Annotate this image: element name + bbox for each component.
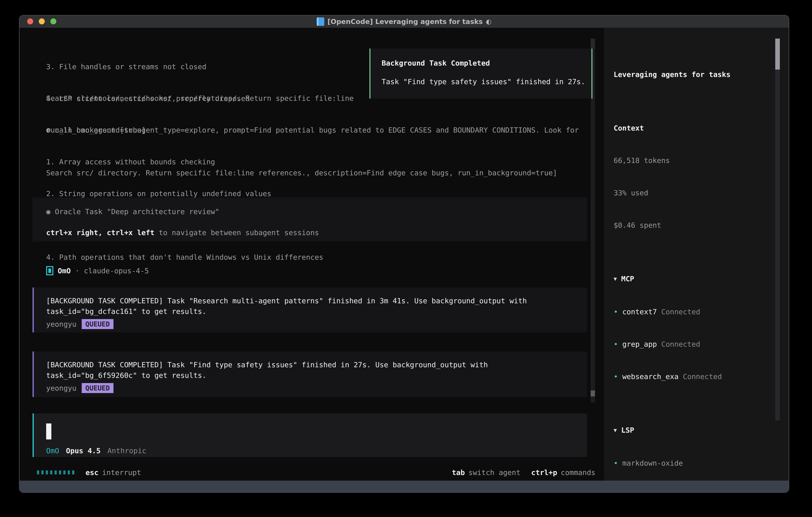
zoom-window-button[interactable] <box>50 19 56 24</box>
traffic-lights <box>27 19 56 24</box>
transcript-line: Search src/tools/, src/hooks/, src/featu… <box>46 93 354 104</box>
spinner-dots-icon <box>37 470 74 474</box>
task-user: yeongyu <box>46 384 77 392</box>
titlebar: [OpenCode] Leveraging agents for tasks ◐ <box>20 16 789 28</box>
minimize-window-button[interactable] <box>39 19 45 24</box>
shortcut-ctrl-x-right: ctrl+x right, <box>46 228 103 237</box>
background-task-message: [BACKGROUND TASK COMPLETED] Task "Resear… <box>33 288 587 332</box>
task-message-line: task_id="bg_6f59260c" to get results. <box>46 370 587 381</box>
toast-body: Task "Find type safety issues" finished … <box>382 78 591 86</box>
mcp-item: • grep_app Connected <box>614 339 779 350</box>
lsp-item: • markdown-oxide <box>614 458 779 469</box>
task-message-meta: yeongyu QUEUED <box>46 319 587 329</box>
context-tokens: 66,518 tokens <box>614 155 779 166</box>
agent-model: claude-opus-4-5 <box>84 267 149 275</box>
tab-key-hint[interactable]: tab <box>452 468 465 477</box>
tool-call-item: 4. Path operations that don't handle Win… <box>46 252 579 263</box>
gear-icon: ⚙ <box>46 126 51 134</box>
lsp-section-header[interactable]: ▼ LSP <box>614 425 779 436</box>
status-bar: esc interrupt tab switch agent ctrl+p co… <box>37 468 596 477</box>
status-badge: QUEUED <box>82 383 114 393</box>
oracle-hint-row: ctrl+x right, ctrl+x left to navigate be… <box>46 227 587 238</box>
bullet-icon: • <box>614 373 618 381</box>
input-meta-row: OmO Opus 4.5 Anthropic <box>46 446 146 455</box>
mcp-item: • websearch_exa Connected <box>614 371 779 382</box>
sidebar-scrollbar-track[interactable] <box>775 70 780 420</box>
mcp-section-header[interactable]: ▼ MCP <box>614 273 779 285</box>
tab-key-label: switch agent <box>468 468 520 477</box>
context-used: 33% used <box>614 188 779 198</box>
prompt-input[interactable]: OmO Opus 4.5 Anthropic <box>33 413 587 457</box>
task-message-line: [BACKGROUND TASK COMPLETED] Task "Find t… <box>46 359 587 370</box>
input-agent-name[interactable]: OmO <box>46 446 59 455</box>
background-task-toast[interactable]: Background Task Completed Task "Find typ… <box>370 49 592 99</box>
background-task-message: [BACKGROUND TASK COMPLETED] Task "Find t… <box>33 351 587 397</box>
omo-agent-icon <box>46 266 53 275</box>
close-window-button[interactable] <box>27 19 33 24</box>
app-window: [OpenCode] Leveraging agents for tasks ◐… <box>19 15 789 493</box>
oracle-title-row: ◉ Oracle Task "Deep architecture review" <box>46 206 587 217</box>
folder-icon <box>317 18 324 26</box>
chat-scrollbar-top-segment[interactable] <box>590 38 595 49</box>
window-bottom-edge <box>20 481 789 492</box>
bullet-icon: • <box>614 459 618 467</box>
tool-call-header: ⚙ call_omo_agent [subagent_type=explore,… <box>46 125 579 135</box>
text-cursor <box>46 424 51 439</box>
tool-call-text: call_omo_agent [subagent_type=explore, p… <box>55 126 579 134</box>
task-message-line: task_id="bg_dcfac161" to get results. <box>46 306 587 317</box>
status-badge: QUEUED <box>82 319 114 329</box>
input-provider-name: Anthropic <box>107 446 146 455</box>
esc-key-hint[interactable]: esc <box>86 468 98 477</box>
bullet-icon: • <box>614 340 618 348</box>
sidebar-scrollbar-thumb[interactable] <box>775 38 780 70</box>
transcript-line: 3. File handles or streams not closed <box>46 61 250 72</box>
tool-call-footer: Search src/ directory. Return specific f… <box>46 167 557 178</box>
session-sidebar: Leveraging agents for tasks Context 66,5… <box>604 28 789 482</box>
collapse-triangle-icon: ▼ <box>614 273 617 284</box>
collapse-triangle-icon: ▼ <box>614 425 617 436</box>
separator-dot: · <box>75 267 80 275</box>
input-model-name[interactable]: Opus 4.5 <box>66 446 100 455</box>
window-title-text: [OpenCode] Leveraging agents for tasks <box>327 18 483 26</box>
agent-name: OmO <box>58 267 71 275</box>
tool-call-block: ⚙ call_omo_agent [subagent_type=explore,… <box>46 104 579 284</box>
shortcut-ctrl-x-left: ctrl+x left <box>107 228 154 237</box>
esc-key-label: interrupt <box>102 468 141 477</box>
chat-scrollbar-thumb[interactable] <box>590 390 595 397</box>
ctrl-p-key-hint[interactable]: ctrl+p <box>531 468 557 477</box>
status-bar-right: tab switch agent ctrl+p commands <box>452 468 596 477</box>
record-icon: ◉ <box>46 208 51 216</box>
task-message-meta: yeongyu QUEUED <box>46 383 587 393</box>
moon-icon: ◐ <box>486 18 492 25</box>
bullet-icon: • <box>614 308 618 316</box>
oracle-title: Oracle Task "Deep architecture review" <box>55 208 220 216</box>
toast-title: Background Task Completed <box>382 59 591 67</box>
ctrl-p-key-label: commands <box>561 468 596 477</box>
tool-call-item: 1. Array access without bounds checking <box>46 157 579 167</box>
window-title: [OpenCode] Leveraging agents for tasks ◐ <box>317 18 492 26</box>
oracle-hint-text: to navigate between subagent sessions <box>159 228 319 237</box>
session-title: Leveraging agents for tasks <box>614 69 779 80</box>
context-spent: $0.46 spent <box>614 220 779 231</box>
context-heading: Context <box>614 123 779 134</box>
task-message-line: [BACKGROUND TASK COMPLETED] Task "Resear… <box>46 296 587 306</box>
oracle-session-card[interactable]: ◉ Oracle Task "Deep architecture review"… <box>33 197 587 242</box>
task-user: yeongyu <box>46 320 77 328</box>
agent-header-row: OmO · claude-opus-4-5 <box>46 266 149 275</box>
mcp-item: • context7 Connected <box>614 306 779 317</box>
